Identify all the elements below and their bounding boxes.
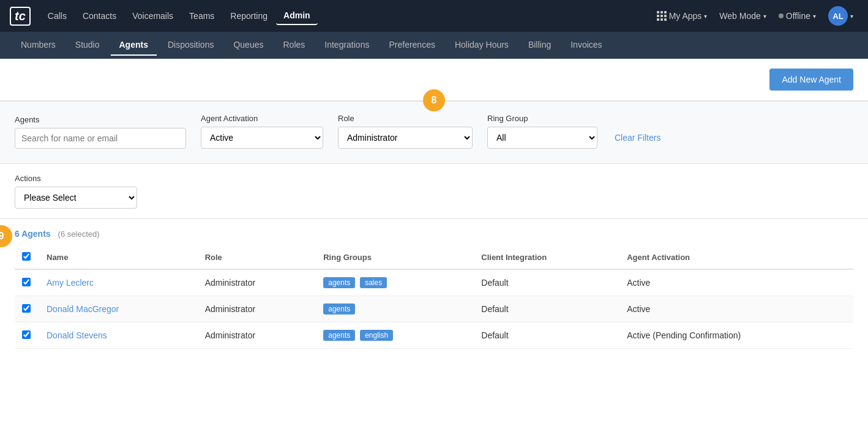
table-row: Amy Leclerc Administrator agents sales D… — [15, 269, 853, 296]
nav-admin[interactable]: Admin — [276, 7, 318, 25]
agent-list-section: 9 6 Agents (6 selected) Name Role Ring G… — [0, 219, 868, 349]
nav-contacts[interactable]: Contacts — [75, 7, 124, 24]
badge-agents-2: agents — [323, 303, 355, 315]
row-3-name: Donald Stevens — [39, 322, 198, 349]
table-row: Donald Stevens Administrator agents engl… — [15, 322, 853, 349]
subnav-billing[interactable]: Billing — [520, 35, 559, 56]
row-3-client-integration: Default — [474, 322, 619, 349]
offline-button[interactable]: Offline ▾ — [774, 9, 821, 23]
my-apps-chevron: ▾ — [704, 13, 707, 20]
row-1-client-integration: Default — [474, 269, 619, 296]
filter-ring-group: Ring Group All — [487, 114, 597, 149]
col-agent-activation: Agent Activation — [619, 246, 853, 269]
subnav-integrations[interactable]: Integrations — [316, 35, 378, 56]
row-2-agent-activation: Active — [619, 296, 853, 322]
agent-list-header: 9 6 Agents (6 selected) — [15, 219, 853, 246]
nav-reporting[interactable]: Reporting — [223, 7, 275, 24]
table-header-row: Name Role Ring Groups Client Integration… — [15, 246, 853, 269]
filter-row: Agents Agent Activation Active Inactive … — [15, 114, 853, 149]
col-role: Role — [198, 246, 316, 269]
my-apps-button[interactable]: My Apps ▾ — [652, 9, 713, 23]
filter-agents-group: Agents — [15, 115, 186, 149]
sub-nav: Numbers Studio Agents Dispositions Queue… — [0, 32, 868, 59]
top-nav-right: My Apps ▾ Web Mode ▾ Offline ▾ AL ▾ — [652, 4, 858, 28]
row-1-name: Amy Leclerc — [39, 269, 198, 296]
agent-link-3[interactable]: Donald Stevens — [47, 330, 107, 340]
main-content: Add New Agent 8 Agents Agent Activation … — [0, 59, 868, 443]
avatar-button[interactable]: AL ▾ — [823, 4, 858, 28]
select-all-checkbox[interactable] — [22, 252, 31, 261]
subnav-agents[interactable]: Agents — [111, 35, 157, 56]
search-input[interactable] — [15, 128, 186, 149]
subnav-studio[interactable]: Studio — [67, 35, 108, 56]
agent-count: 6 Agents — [15, 229, 51, 239]
row-2-checkbox[interactable] — [22, 304, 31, 313]
row-2-client-integration: Default — [474, 296, 619, 322]
nav-voicemails[interactable]: Voicemails — [125, 7, 181, 24]
agents-table: Name Role Ring Groups Client Integration… — [15, 246, 853, 349]
ring-group-filter-label: Ring Group — [487, 114, 597, 123]
filter-activation-group: Agent Activation Active Inactive All — [201, 114, 323, 149]
avatar-chevron: ▾ — [850, 13, 853, 20]
grid-icon — [657, 11, 667, 21]
row-1-agent-activation: Active — [619, 269, 853, 296]
activation-filter-label: Agent Activation — [201, 114, 323, 123]
offline-chevron: ▾ — [813, 13, 816, 20]
row-2-ring-groups: agents — [316, 296, 474, 322]
row-1-checkbox[interactable] — [22, 278, 31, 286]
actions-section: Actions Please Select Activate Deactivat… — [0, 164, 868, 219]
filter-section: 8 Agents Agent Activation Active Inactiv… — [0, 102, 868, 164]
badge-english-3: english — [360, 330, 393, 341]
agents-filter-label: Agents — [15, 115, 186, 124]
row-3-role: Administrator — [198, 322, 316, 349]
top-nav: tc Calls Contacts Voicemails Teams Repor… — [0, 0, 868, 32]
row-3-agent-activation: Active (Pending Confirmation) — [619, 322, 853, 349]
nav-teams[interactable]: Teams — [182, 7, 222, 24]
step-badge-8: 8 — [423, 89, 445, 111]
step-badge-9: 9 — [0, 225, 12, 247]
subnav-preferences[interactable]: Preferences — [380, 35, 443, 56]
row-checkbox-2 — [15, 296, 39, 322]
col-name: Name — [39, 246, 198, 269]
row-2-role: Administrator — [198, 296, 316, 322]
row-1-role: Administrator — [198, 269, 316, 296]
role-select[interactable]: Administrator Agent Supervisor — [338, 127, 473, 149]
subnav-queues[interactable]: Queues — [225, 35, 272, 56]
activation-select[interactable]: Active Inactive All — [201, 127, 323, 149]
top-nav-links: Calls Contacts Voicemails Teams Reportin… — [40, 7, 649, 25]
row-2-name: Donald MacGregor — [39, 296, 198, 322]
web-mode-button[interactable]: Web Mode ▾ — [714, 9, 771, 23]
avatar: AL — [828, 6, 848, 26]
agent-link-1[interactable]: Amy Leclerc — [47, 278, 94, 288]
subnav-roles[interactable]: Roles — [274, 35, 313, 56]
col-checkbox — [15, 246, 39, 269]
agent-selected: (6 selected) — [58, 229, 100, 239]
row-checkbox-1 — [15, 269, 39, 296]
col-client-integration: Client Integration — [474, 246, 619, 269]
ring-group-select[interactable]: All — [487, 127, 597, 149]
clear-filters-button[interactable]: Clear Filters — [612, 128, 663, 147]
nav-calls[interactable]: Calls — [40, 7, 74, 24]
web-mode-chevron: ▾ — [763, 13, 766, 20]
status-dot-icon — [779, 13, 784, 18]
role-filter-label: Role — [338, 114, 473, 123]
badge-agents-1: agents — [323, 277, 355, 288]
subnav-holiday-hours[interactable]: Holiday Hours — [446, 35, 517, 56]
row-3-checkbox[interactable] — [22, 330, 31, 339]
row-1-ring-groups: agents sales — [316, 269, 474, 296]
col-ring-groups: Ring Groups — [316, 246, 474, 269]
web-mode-label: Web Mode — [719, 11, 760, 21]
subnav-dispositions[interactable]: Dispositions — [159, 35, 222, 56]
table-row: Donald MacGregor Administrator agents De… — [15, 296, 853, 322]
filter-role-group: Role Administrator Agent Supervisor — [338, 114, 473, 149]
add-new-agent-button[interactable]: Add New Agent — [769, 69, 853, 91]
actions-select[interactable]: Please Select Activate Deactivate Delete — [15, 187, 137, 209]
actions-label: Actions — [15, 174, 853, 183]
subnav-invoices[interactable]: Invoices — [562, 35, 610, 56]
my-apps-label: My Apps — [669, 11, 702, 21]
subnav-numbers[interactable]: Numbers — [12, 35, 64, 56]
offline-label: Offline — [786, 11, 810, 21]
agent-link-2[interactable]: Donald MacGregor — [47, 304, 119, 314]
logo: tc — [10, 7, 31, 26]
badge-agents-3: agents — [323, 330, 355, 341]
